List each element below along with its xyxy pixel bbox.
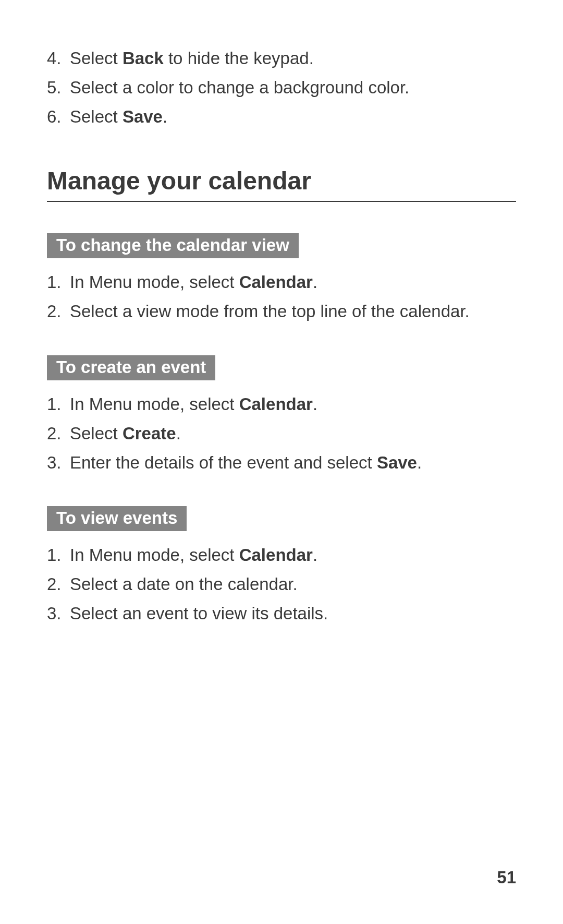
sub1-step: 1.In Menu mode, select Calendar.: [47, 392, 516, 417]
step-text: Enter the details of the event and selec…: [70, 450, 516, 475]
step-number: 3.: [47, 450, 70, 475]
subsection: To create an event1.In Menu mode, select…: [47, 340, 516, 475]
sub2-step: 2.Select a date on the calendar.: [47, 572, 516, 597]
continued-step: 5.Select a color to change a background …: [47, 75, 516, 100]
continued-step: 6.Select Save.: [47, 104, 516, 129]
bold-term: Create: [123, 424, 176, 443]
sub1-step: 3.Enter the details of the event and sel…: [47, 450, 516, 475]
step-text: In Menu mode, select Calendar.: [70, 543, 516, 568]
bold-term: Calendar: [239, 272, 313, 292]
step-number: 2.: [47, 299, 70, 324]
step-text: In Menu mode, select Calendar.: [70, 270, 516, 295]
step-number: 2.: [47, 572, 70, 597]
step-number: 1.: [47, 543, 70, 568]
bold-term: Calendar: [239, 545, 313, 565]
subheading: To change the calendar view: [47, 233, 299, 258]
subheading: To create an event: [47, 355, 215, 380]
step-list: 1.In Menu mode, select Calendar.2.Select…: [47, 392, 516, 475]
step-number: 4.: [47, 46, 70, 71]
step-text: In Menu mode, select Calendar.: [70, 392, 516, 417]
step-text: Select an event to view its details.: [70, 601, 516, 626]
section-heading: Manage your calendar: [47, 166, 516, 196]
continued-step-list: 4.Select Back to hide the keypad.5.Selec…: [47, 46, 516, 129]
step-number: 2.: [47, 421, 70, 446]
bold-term: Back: [123, 49, 164, 68]
step-text: Select Back to hide the keypad.: [70, 46, 516, 71]
subsection: To change the calendar view1.In Menu mod…: [47, 218, 516, 324]
step-text: Select a color to change a background co…: [70, 75, 516, 100]
document-page: 4.Select Back to hide the keypad.5.Selec…: [0, 0, 563, 924]
step-text: Select Create.: [70, 421, 516, 446]
step-number: 3.: [47, 601, 70, 626]
section-rule: [47, 201, 516, 202]
sub2-step: 3.Select an event to view its details.: [47, 601, 516, 626]
sub0-step: 1.In Menu mode, select Calendar.: [47, 270, 516, 295]
step-number: 5.: [47, 75, 70, 100]
sub1-step: 2.Select Create.: [47, 421, 516, 446]
step-number: 1.: [47, 270, 70, 295]
step-number: 1.: [47, 392, 70, 417]
step-list: 1.In Menu mode, select Calendar.2.Select…: [47, 270, 516, 324]
page-number: 51: [497, 868, 516, 887]
step-text: Select a view mode from the top line of …: [70, 299, 516, 324]
bold-term: Calendar: [239, 394, 313, 414]
step-number: 6.: [47, 104, 70, 129]
subsection: To view events1.In Menu mode, select Cal…: [47, 490, 516, 626]
step-text: Select Save.: [70, 104, 516, 129]
step-text: Select a date on the calendar.: [70, 572, 516, 597]
continued-step: 4.Select Back to hide the keypad.: [47, 46, 516, 71]
step-list: 1.In Menu mode, select Calendar.2.Select…: [47, 543, 516, 626]
bold-term: Save: [377, 453, 417, 472]
sub2-step: 1.In Menu mode, select Calendar.: [47, 543, 516, 568]
subheading: To view events: [47, 506, 187, 531]
sub0-step: 2.Select a view mode from the top line o…: [47, 299, 516, 324]
bold-term: Save: [123, 107, 163, 126]
